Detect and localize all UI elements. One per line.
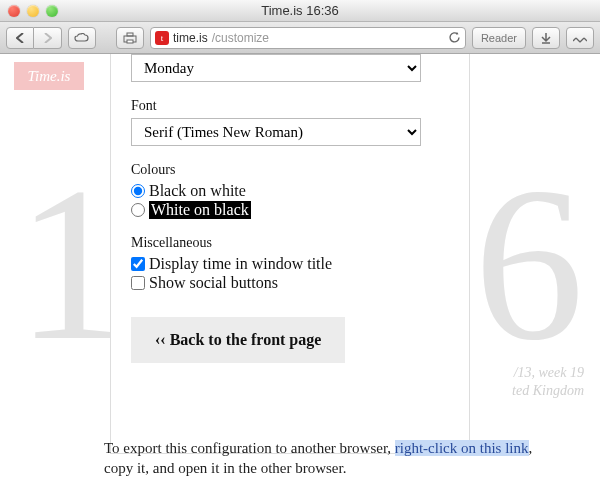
misc-label: Miscellaneous (131, 235, 449, 251)
site-logo[interactable]: Time.is (14, 62, 84, 90)
misc-option-social[interactable]: Show social buttons (131, 274, 449, 292)
colour-radio-2[interactable] (131, 203, 145, 217)
printer-icon (123, 32, 137, 44)
colour-option2-label: White on black (149, 201, 251, 219)
url-path: /customize (212, 31, 269, 45)
url-domain: time.is (173, 31, 208, 45)
bg-meta-date: /13, week 19 (512, 364, 584, 382)
site-favicon: t (155, 31, 169, 45)
minimize-window-button[interactable] (27, 5, 39, 17)
forward-button[interactable] (34, 27, 62, 49)
misc-option1-label: Display time in window title (149, 255, 332, 273)
download-icon (540, 32, 552, 44)
export-text-before: To export this configuration to another … (104, 440, 395, 456)
tabs-icon (573, 33, 587, 43)
cloud-icon (74, 33, 90, 43)
tabs-overview-button[interactable] (566, 27, 594, 49)
close-window-button[interactable] (8, 5, 20, 17)
weekday-select[interactable]: Monday (131, 54, 421, 82)
svg-rect-2 (127, 40, 133, 43)
window-titlebar: Time.is 16:36 (0, 0, 600, 22)
bg-digit-right: 6 (474, 154, 584, 374)
misc-check-1[interactable] (131, 257, 145, 271)
bg-meta-location: ted Kingdom (512, 382, 584, 400)
colours-label: Colours (131, 162, 449, 178)
colour-option1-label: Black on white (149, 182, 246, 200)
misc-option2-label: Show social buttons (149, 274, 278, 292)
svg-rect-1 (127, 33, 133, 36)
export-hint: To export this configuration to another … (104, 439, 540, 478)
chevron-right-icon (43, 33, 52, 43)
font-select[interactable]: Serif (Times New Roman) (131, 118, 421, 146)
misc-option-title-time[interactable]: Display time in window title (131, 255, 449, 273)
reload-button[interactable] (448, 31, 461, 44)
window-title: Time.is 16:36 (0, 3, 600, 18)
chevron-left-icon (16, 33, 25, 43)
customize-panel: Monday Font Serif (Times New Roman) Colo… (110, 54, 470, 454)
colour-option-white-on-black[interactable]: White on black (131, 201, 449, 219)
zoom-window-button[interactable] (46, 5, 58, 17)
downloads-button[interactable] (532, 27, 560, 49)
back-button[interactable] (6, 27, 34, 49)
browser-toolbar: t time.is/customize Reader (0, 22, 600, 54)
colour-radio-1[interactable] (131, 184, 145, 198)
address-bar[interactable]: t time.is/customize (150, 27, 466, 49)
back-to-front-button[interactable]: ‹‹ Back to the front page (131, 317, 345, 363)
misc-check-2[interactable] (131, 276, 145, 290)
colour-option-black-on-white[interactable]: Black on white (131, 182, 449, 200)
background-meta: /13, week 19 ted Kingdom (512, 364, 584, 400)
page-content: Time.is 1 6 /13, week 19 ted Kingdom Mon… (0, 54, 600, 500)
traffic-lights (8, 5, 58, 17)
export-config-link[interactable]: right-click on this link (395, 440, 529, 456)
reader-button[interactable]: Reader (472, 27, 526, 49)
icloud-tabs-button[interactable] (68, 27, 96, 49)
print-button[interactable] (116, 27, 144, 49)
reload-icon (448, 31, 461, 44)
font-label: Font (131, 98, 449, 114)
